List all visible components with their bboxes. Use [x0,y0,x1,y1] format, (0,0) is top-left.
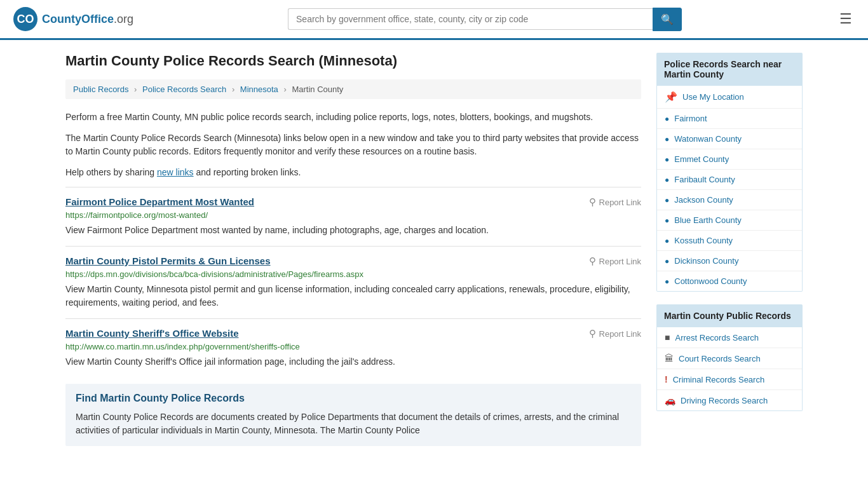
result-header-1: Fairmont Police Department Most Wanted ⚲… [65,196,641,208]
search-input[interactable] [288,8,653,30]
nearby-label-1[interactable]: Watonwan County [674,134,742,144]
report-icon-1: ⚲ [589,196,596,208]
report-link-2[interactable]: ⚲ Report Link [589,255,641,267]
report-icon-3: ⚲ [589,328,596,339]
nearby-label-4[interactable]: Jackson County [674,195,733,205]
public-records-heading: Martin County Public Records [656,304,803,327]
pr-label-1[interactable]: Court Records Search [679,354,761,363]
breadcrumb-current: Martin County [292,85,343,94]
find-section: Find Martin County Police Records Martin… [65,384,641,446]
logo-icon: CO [13,6,38,32]
pr-label-3[interactable]: Driving Records Search [681,396,768,405]
result-card-2: Martin County Pistol Permits & Gun Licen… [65,246,641,318]
sidebar-pr-2[interactable]: ! Criminal Records Search [657,369,802,390]
nearby-label-5[interactable]: Blue Earth County [674,215,742,225]
report-link-1[interactable]: ⚲ Report Link [589,196,641,208]
nearby-label-6[interactable]: Kossuth County [674,236,733,245]
result-title-3[interactable]: Martin County Sheriff's Office Website [65,328,239,339]
location-pin-icon: 📌 [665,91,677,103]
find-section-description: Martin County Police Records are documen… [76,410,631,437]
page-title: Martin County Police Records Search (Min… [65,53,641,69]
sidebar-use-location[interactable]: 📌 Use My Location [657,86,802,109]
criminal-records-icon: ! [665,374,668,384]
arrest-records-icon: ■ [665,332,670,342]
result-header-3: Martin County Sheriff's Office Website ⚲… [65,328,641,339]
court-records-icon: 🏛 [665,353,674,363]
nearby-dot-4: ● [665,196,669,205]
nearby-dot-0: ● [665,114,669,123]
sidebar-nearby-1[interactable]: ● Watonwan County [657,129,802,149]
logo-area: CO CountyOffice.org [13,6,133,32]
find-section-title: Find Martin County Police Records [76,393,631,404]
menu-button[interactable]: ☰ [836,8,855,30]
content: Martin County Police Records Search (Min… [65,53,641,446]
public-records-section: Martin County Public Records ■ Arrest Re… [656,304,803,411]
public-records-list: ■ Arrest Records Search 🏛 Court Records … [656,327,803,411]
result-url-2[interactable]: https://dps.mn.gov/divisions/bca/bca-div… [65,269,641,279]
nearby-dot-3: ● [665,175,669,184]
result-card-1: Fairmont Police Department Most Wanted ⚲… [65,187,641,246]
result-title-2[interactable]: Martin County Pistol Permits & Gun Licen… [65,255,271,266]
nearby-section: Police Records Search near Martin County… [656,53,803,292]
header: CO CountyOffice.org 🔍 ☰ [0,0,868,40]
results: Fairmont Police Department Most Wanted ⚲… [65,187,641,377]
result-card-3: Martin County Sheriff's Office Website ⚲… [65,318,641,377]
result-desc-2: View Martin County, Minnesota pistol per… [65,283,641,309]
sidebar-pr-1[interactable]: 🏛 Court Records Search [657,348,802,369]
pr-label-2[interactable]: Criminal Records Search [673,375,765,384]
description-3: Help others by sharing new links and rep… [65,166,641,179]
result-desc-3: View Martin County Sheriff's Office jail… [65,355,641,369]
nearby-dot-1: ● [665,135,669,144]
sidebar-nearby-8[interactable]: ● Cottonwood County [657,271,802,291]
nearby-label-8[interactable]: Cottonwood County [674,276,747,286]
logo-text: CountyOffice.org [42,13,133,26]
sidebar-nearby-5[interactable]: ● Blue Earth County [657,210,802,231]
description-1: Perform a free Martin County, MN public … [65,111,641,124]
result-desc-1: View Fairmont Police Department most wan… [65,224,641,237]
nearby-dot-2: ● [665,155,669,164]
nearby-heading: Police Records Search near Martin County [656,53,803,86]
breadcrumb-minnesota[interactable]: Minnesota [240,85,278,94]
result-url-1[interactable]: https://fairmontpolice.org/most-wanted/ [65,210,641,220]
search-button[interactable]: 🔍 [653,8,682,31]
nearby-dot-7: ● [665,257,669,266]
sidebar-nearby-7[interactable]: ● Dickinson County [657,251,802,271]
sidebar-nearby-0[interactable]: ● Fairmont [657,109,802,129]
sidebar-nearby-4[interactable]: ● Jackson County [657,190,802,210]
report-link-3[interactable]: ⚲ Report Link [589,328,641,339]
driving-records-icon: 🚗 [665,395,675,405]
svg-text:CO: CO [17,13,34,25]
description-2: The Martin County Police Records Search … [65,132,641,158]
sidebar-nearby-2[interactable]: ● Emmet County [657,149,802,170]
result-title-1[interactable]: Fairmont Police Department Most Wanted [65,196,254,207]
nearby-label-3[interactable]: Faribault County [674,175,735,184]
sidebar-nearby-6[interactable]: ● Kossuth County [657,231,802,251]
hamburger-icon: ☰ [839,11,852,27]
report-icon-2: ⚲ [589,255,596,267]
sidebar-pr-3[interactable]: 🚗 Driving Records Search [657,390,802,410]
nearby-list: 📌 Use My Location ● Fairmont ● Watonwan … [656,86,803,292]
search-area: 🔍 [288,8,682,31]
result-url-3[interactable]: http://www.co.martin.mn.us/index.php/gov… [65,342,641,351]
result-header-2: Martin County Pistol Permits & Gun Licen… [65,255,641,267]
nearby-label-2[interactable]: Emmet County [674,154,729,164]
sidebar: Police Records Search near Martin County… [656,53,803,446]
nearby-dot-6: ● [665,236,669,245]
breadcrumb-public-records[interactable]: Public Records [73,85,128,94]
main-container: Martin County Police Records Search (Min… [53,40,815,459]
breadcrumb: Public Records › Police Records Search ›… [65,79,641,99]
nearby-dot-5: ● [665,216,669,225]
sidebar-pr-0[interactable]: ■ Arrest Records Search [657,327,802,348]
new-links-link[interactable]: new links [157,167,194,177]
sidebar-nearby-3[interactable]: ● Faribault County [657,170,802,190]
search-icon: 🔍 [661,14,674,25]
nearby-label-7[interactable]: Dickinson County [674,256,738,266]
nearby-dot-8: ● [665,277,669,286]
use-location-link[interactable]: Use My Location [682,92,744,102]
breadcrumb-police-records-search[interactable]: Police Records Search [142,85,226,94]
nearby-label-0[interactable]: Fairmont [674,114,707,123]
pr-label-0[interactable]: Arrest Records Search [675,333,759,342]
